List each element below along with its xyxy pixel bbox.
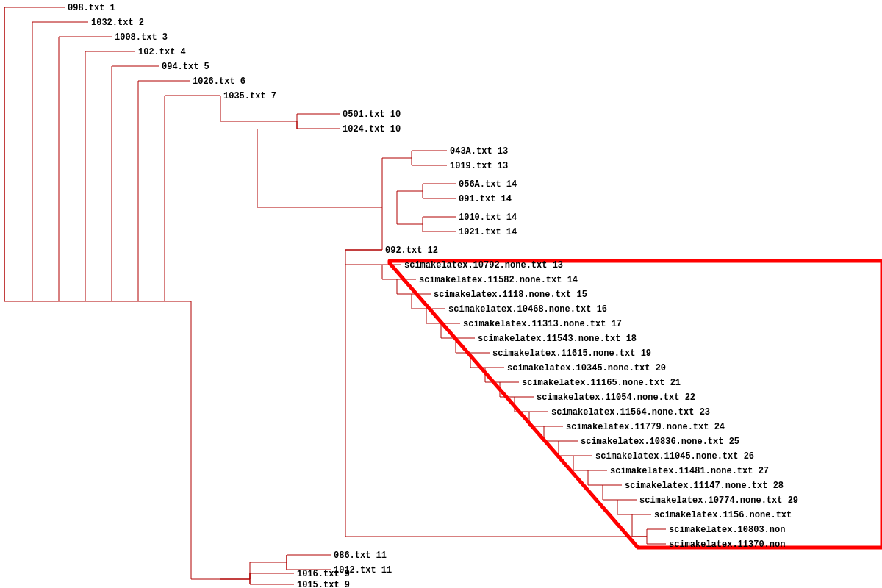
connector <box>544 426 559 441</box>
leaf-label: scimakelatex.11564.none.txt 23 <box>551 407 710 417</box>
leaf-label: 102.txt 4 <box>138 47 186 57</box>
leaf-label: scimakelatex.11481.none.txt 27 <box>610 466 769 476</box>
leaf-label: scimakelatex.11779.none.txt 24 <box>566 422 725 432</box>
leaf-label: 094.txt 5 <box>162 62 209 72</box>
leaf-label: 043A.txt 13 <box>450 146 508 157</box>
leaf-label-layer: 098.txt 11032.txt 21008.txt 3102.txt 409… <box>68 3 798 588</box>
leaf-label: 1008.txt 3 <box>115 32 168 43</box>
connector <box>588 470 603 485</box>
leaf-label: scimakelatex.11615.none.txt 19 <box>492 348 651 359</box>
leaf-label: 1019.txt 13 <box>450 161 508 171</box>
leaf-label: scimakelatex.10792.none.txt 13 <box>404 260 563 270</box>
leaf-label: scimakelatex.10836.none.txt 25 <box>581 437 739 447</box>
leaf-label: 1035.txt 7 <box>223 91 276 101</box>
leaf-label: scimakelatex.11054.none.txt 22 <box>537 392 695 403</box>
leaf-label: 092.txt 12 <box>385 245 438 256</box>
leaf-label: 056A.txt 14 <box>459 179 517 190</box>
leaf-label: scimakelatex.10774.none.txt 29 <box>639 495 798 506</box>
leaf-label: 086.txt 11 <box>334 551 387 561</box>
connector <box>397 191 423 224</box>
connector <box>603 485 617 500</box>
leaf-label: 1032.txt 2 <box>91 18 144 28</box>
leaf-label: 098.txt 1 <box>68 3 115 13</box>
leaf-label: scimakelatex.10345.none.txt 20 <box>507 363 666 373</box>
leaf-label: 0501.txt 10 <box>343 110 401 120</box>
leaf-label: 1016.txt 9 <box>297 569 350 579</box>
dendrogram: 098.txt 11032.txt 21008.txt 3102.txt 409… <box>0 0 882 588</box>
leaf-label: scimakelatex.11147.none.txt 28 <box>625 481 784 491</box>
connector <box>191 301 250 579</box>
leaf-label: scimakelatex.11045.none.txt 26 <box>595 451 754 462</box>
leaf-label: 1026.txt 6 <box>193 76 245 87</box>
connector <box>345 243 382 250</box>
leaf-label: scimakelatex.11582.none.txt 14 <box>419 275 578 285</box>
connector <box>617 500 632 514</box>
leaf-label: scimakelatex.11165.none.txt 21 <box>522 378 681 388</box>
leaf-label: scimakelatex.10468.none.txt 16 <box>448 304 607 315</box>
leaf-label: 1021.txt 14 <box>459 227 517 237</box>
leaf-label: scimakelatex.1118.none.txt 15 <box>434 290 587 300</box>
leaf-label: scimakelatex.11543.none.txt 18 <box>478 334 637 344</box>
leaf-label: scimakelatex.10803.non <box>669 525 785 535</box>
leaf-label: scimakelatex.1156.none.txt <box>654 510 792 520</box>
connector <box>559 441 573 456</box>
connector <box>257 129 382 207</box>
leaf-label: 1015.txt 9 <box>297 580 350 588</box>
leaf-label: 1010.txt 14 <box>459 212 517 223</box>
connector <box>573 456 588 470</box>
leaf-label: scimakelatex.11313.none.txt 17 <box>463 319 622 329</box>
leaf-label: 091.txt 14 <box>459 194 512 204</box>
connector <box>632 514 647 537</box>
leaf-label: scimakelatex.11370.non <box>669 539 785 550</box>
leaf-label: 1024.txt 10 <box>343 124 401 135</box>
